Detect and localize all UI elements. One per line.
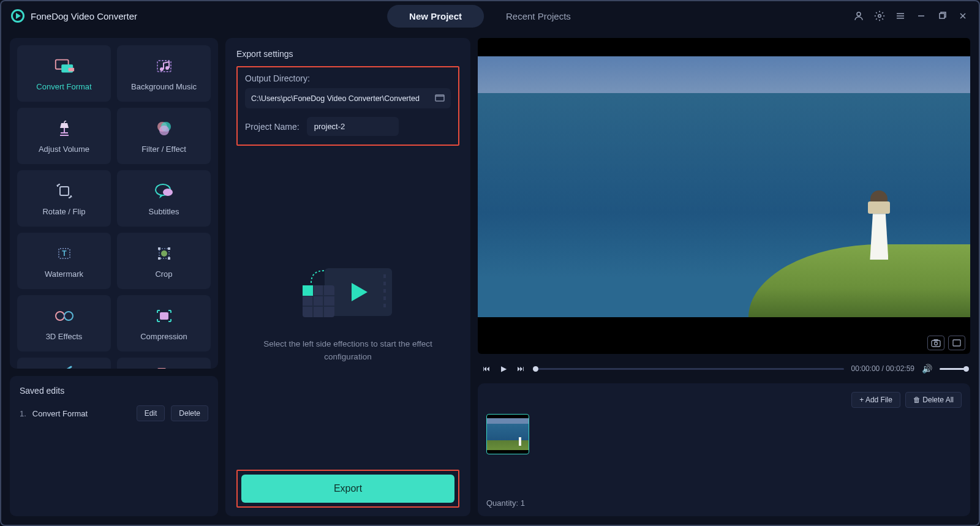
placeholder-graphic bbox=[293, 258, 403, 326]
time-display: 00:00:00 / 00:02:59 bbox=[851, 364, 914, 373]
tool-label: Background Music bbox=[131, 82, 197, 91]
saved-edits-title: Saved edits bbox=[20, 386, 208, 396]
tab-recent-projects[interactable]: Recent Projects bbox=[484, 5, 593, 28]
adjust-volume-icon bbox=[53, 119, 75, 138]
play-button[interactable]: ▶ bbox=[499, 364, 508, 373]
svg-marker-22 bbox=[56, 185, 59, 187]
svg-point-0 bbox=[857, 12, 861, 16]
svg-marker-23 bbox=[70, 195, 72, 197]
tool-crop[interactable]: Crop bbox=[117, 233, 211, 289]
svg-point-25 bbox=[163, 189, 173, 196]
svg-rect-30 bbox=[158, 247, 160, 250]
subtitles-icon bbox=[153, 181, 175, 201]
export-button[interactable]: Export bbox=[241, 475, 454, 503]
svg-rect-43 bbox=[383, 274, 386, 278]
tool-label: Rotate / Flip bbox=[42, 207, 85, 216]
user-icon[interactable] bbox=[853, 10, 865, 22]
tool-filter-effect[interactable]: Filter / Effect bbox=[117, 108, 211, 164]
3d-effects-icon bbox=[53, 306, 75, 326]
video-preview[interactable] bbox=[478, 38, 970, 354]
svg-rect-31 bbox=[168, 247, 170, 250]
svg-point-34 bbox=[56, 312, 64, 320]
next-button[interactable]: ⏭ bbox=[516, 364, 526, 373]
svg-rect-11 bbox=[68, 67, 74, 71]
maximize-button[interactable] bbox=[936, 10, 948, 22]
edit-button[interactable]: Edit bbox=[137, 405, 165, 421]
watermark-icon: T bbox=[53, 244, 75, 263]
project-name-input[interactable] bbox=[307, 117, 399, 136]
tab-new-project[interactable]: New Project bbox=[387, 5, 484, 28]
saved-edit-row: 1. Convert Format Edit Delete bbox=[20, 405, 208, 421]
tool-compression[interactable]: Compression bbox=[117, 295, 211, 351]
output-directory-input[interactable] bbox=[251, 94, 435, 103]
tool-label: Filter / Effect bbox=[141, 145, 186, 154]
browse-folder-icon[interactable] bbox=[435, 93, 445, 103]
svg-point-55 bbox=[935, 342, 938, 345]
output-directory-label: Output Directory: bbox=[245, 73, 451, 83]
saved-item-num: 1. bbox=[20, 409, 26, 418]
tool-background-music[interactable]: Background Music bbox=[117, 45, 211, 102]
app-title: FoneDog Video Converter bbox=[31, 11, 137, 21]
tool-subtitles[interactable]: Subtitles bbox=[117, 170, 211, 227]
filter-effect-icon bbox=[153, 119, 175, 138]
svg-point-29 bbox=[161, 250, 167, 257]
tool-partial-2[interactable] bbox=[117, 358, 211, 369]
tool-label: Watermark bbox=[45, 269, 83, 279]
svg-point-1 bbox=[878, 15, 881, 18]
svg-text:T: T bbox=[62, 249, 67, 258]
center-illustration: Select the left side effections to start… bbox=[236, 152, 459, 470]
video-frame bbox=[478, 56, 970, 317]
volume-slider[interactable] bbox=[940, 368, 967, 370]
prev-button[interactable]: ⏮ bbox=[481, 364, 491, 373]
svg-rect-47 bbox=[383, 304, 386, 307]
svg-rect-32 bbox=[158, 257, 160, 260]
convert-format-icon bbox=[53, 56, 75, 76]
tool-3d-effects[interactable]: 3D Effects bbox=[17, 295, 111, 351]
close-button[interactable] bbox=[957, 10, 969, 22]
delete-button[interactable]: Delete bbox=[171, 405, 208, 421]
volume-icon[interactable]: 🔊 bbox=[922, 364, 932, 374]
export-settings-title: Export settings bbox=[236, 49, 459, 59]
app-logo: FoneDog Video Converter bbox=[11, 9, 137, 23]
svg-rect-33 bbox=[168, 257, 170, 260]
tool-label: Subtitles bbox=[149, 207, 179, 216]
settings-icon[interactable] bbox=[873, 10, 886, 22]
export-settings-panel: Export settings Output Directory: Projec… bbox=[225, 38, 470, 516]
quantity-label: Quantity: 1 bbox=[486, 498, 962, 508]
svg-point-20 bbox=[159, 126, 169, 135]
instruction-text: Select the left side effections to start… bbox=[256, 338, 440, 363]
seek-bar[interactable] bbox=[533, 368, 844, 370]
file-thumbnail[interactable] bbox=[486, 414, 529, 454]
partial-icon bbox=[153, 363, 175, 369]
minimize-button[interactable] bbox=[915, 10, 927, 22]
tools-panel: Convert Format Background Music Adjust V… bbox=[10, 38, 218, 369]
tool-rotate-flip[interactable]: Rotate / Flip bbox=[17, 170, 111, 227]
saved-item-name: Convert Format bbox=[32, 409, 130, 418]
tool-convert-format[interactable]: Convert Format bbox=[17, 45, 111, 102]
player-controls: ⏮ ▶ ⏭ 00:00:00 / 00:02:59 🔊 bbox=[478, 361, 970, 376]
main-tabs: New Project Recent Projects bbox=[387, 5, 593, 28]
tool-partial-1[interactable] bbox=[17, 358, 111, 369]
svg-rect-54 bbox=[932, 340, 940, 347]
svg-rect-53 bbox=[303, 285, 313, 296]
fullscreen-icon[interactable] bbox=[948, 336, 965, 350]
background-music-icon bbox=[153, 56, 175, 76]
tool-adjust-volume[interactable]: Adjust Volume bbox=[17, 108, 111, 164]
menu-icon[interactable] bbox=[894, 10, 907, 22]
tool-label: Adjust Volume bbox=[39, 145, 89, 154]
svg-point-35 bbox=[64, 312, 73, 320]
svg-rect-44 bbox=[383, 282, 386, 285]
tool-label: Crop bbox=[155, 269, 172, 279]
svg-rect-57 bbox=[953, 340, 960, 346]
tool-watermark[interactable]: T Watermark bbox=[17, 233, 111, 289]
delete-all-button[interactable]: 🗑 Delete All bbox=[905, 392, 962, 408]
add-file-button[interactable]: + Add File bbox=[851, 392, 900, 408]
tool-label: Convert Format bbox=[36, 82, 91, 91]
tool-label: Compression bbox=[140, 332, 187, 341]
compression-icon bbox=[153, 306, 175, 326]
svg-rect-45 bbox=[383, 289, 386, 293]
svg-rect-39 bbox=[157, 368, 166, 369]
screenshot-icon[interactable] bbox=[927, 336, 944, 350]
partial-icon bbox=[53, 363, 75, 369]
svg-rect-37 bbox=[160, 312, 168, 320]
